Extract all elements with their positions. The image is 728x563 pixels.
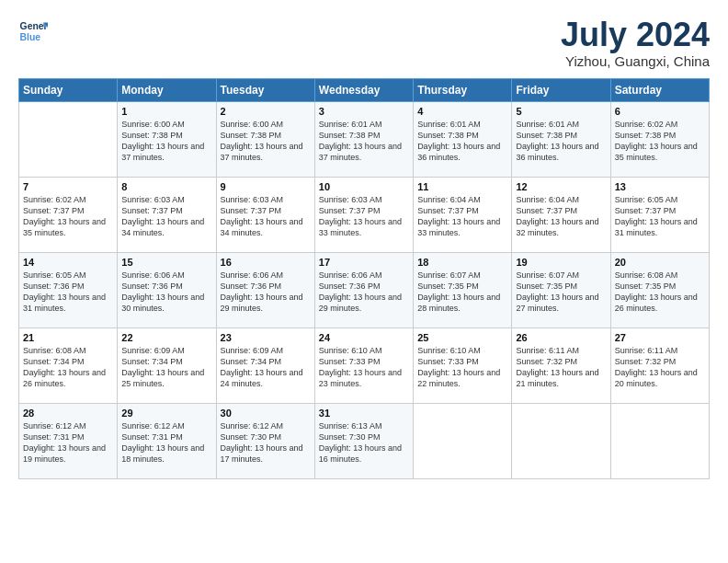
header-friday: Friday [512, 78, 610, 101]
cell-info: Sunrise: 6:03 AMSunset: 7:37 PMDaylight:… [221, 195, 303, 237]
calendar-cell: 12Sunrise: 6:04 AMSunset: 7:37 PMDayligh… [512, 177, 610, 252]
calendar-cell: 10Sunrise: 6:03 AMSunset: 7:37 PMDayligh… [314, 177, 413, 252]
logo-icon: General Blue [18, 17, 48, 46]
day-number: 8 [121, 181, 211, 192]
header-wednesday: Wednesday [314, 78, 413, 101]
calendar-cell: 9Sunrise: 6:03 AMSunset: 7:37 PMDaylight… [216, 177, 314, 252]
day-number: 31 [319, 408, 409, 419]
day-number: 23 [221, 332, 311, 343]
cell-info: Sunrise: 6:05 AMSunset: 7:36 PMDaylight:… [23, 270, 106, 313]
day-number: 9 [221, 181, 311, 192]
day-number: 24 [319, 332, 409, 343]
calendar-cell: 15Sunrise: 6:06 AMSunset: 7:36 PMDayligh… [118, 252, 216, 327]
header-saturday: Saturday [610, 78, 709, 101]
cell-info: Sunrise: 6:07 AMSunset: 7:35 PMDaylight:… [417, 270, 500, 313]
day-number: 20 [615, 257, 705, 268]
header-monday: Monday [118, 78, 216, 101]
calendar-cell: 13Sunrise: 6:05 AMSunset: 7:37 PMDayligh… [610, 177, 709, 252]
cell-info: Sunrise: 6:09 AMSunset: 7:34 PMDaylight:… [121, 346, 204, 388]
cell-info: Sunrise: 6:09 AMSunset: 7:34 PMDaylight:… [221, 346, 303, 388]
day-number: 2 [221, 106, 311, 117]
calendar-cell: 30Sunrise: 6:12 AMSunset: 7:30 PMDayligh… [216, 403, 314, 478]
calendar-cell [414, 403, 512, 478]
cell-info: Sunrise: 6:04 AMSunset: 7:37 PMDaylight:… [417, 195, 500, 237]
page: General Blue July 2024 Yizhou, Guangxi, … [0, 0, 728, 563]
cell-info: Sunrise: 6:10 AMSunset: 7:33 PMDaylight:… [417, 346, 500, 388]
calendar-cell: 2Sunrise: 6:00 AMSunset: 7:38 PMDaylight… [216, 101, 314, 177]
calendar-cell: 25Sunrise: 6:10 AMSunset: 7:33 PMDayligh… [414, 327, 512, 403]
day-number: 18 [417, 257, 507, 268]
cell-info: Sunrise: 6:01 AMSunset: 7:38 PMDaylight:… [319, 120, 402, 162]
calendar-cell: 23Sunrise: 6:09 AMSunset: 7:34 PMDayligh… [216, 327, 314, 403]
day-number: 14 [23, 257, 113, 268]
cell-info: Sunrise: 6:00 AMSunset: 7:38 PMDaylight:… [121, 120, 204, 162]
day-number: 10 [319, 181, 409, 192]
calendar-cell: 3Sunrise: 6:01 AMSunset: 7:38 PMDaylight… [314, 101, 413, 177]
calendar-cell: 29Sunrise: 6:12 AMSunset: 7:31 PMDayligh… [118, 403, 216, 478]
calendar-cell [512, 403, 610, 478]
header: General Blue July 2024 Yizhou, Guangxi, … [18, 17, 710, 69]
day-number: 4 [417, 106, 507, 117]
subtitle: Yizhou, Guangxi, China [561, 53, 710, 69]
cell-info: Sunrise: 6:12 AMSunset: 7:30 PMDaylight:… [221, 421, 303, 464]
cell-info: Sunrise: 6:11 AMSunset: 7:32 PMDaylight:… [615, 346, 698, 388]
day-number: 21 [23, 332, 113, 343]
calendar-week-4: 21Sunrise: 6:08 AMSunset: 7:34 PMDayligh… [19, 327, 710, 403]
day-number: 5 [516, 106, 606, 117]
calendar-cell: 4Sunrise: 6:01 AMSunset: 7:38 PMDaylight… [414, 101, 512, 177]
calendar-week-2: 7Sunrise: 6:02 AMSunset: 7:37 PMDaylight… [19, 177, 710, 252]
cell-info: Sunrise: 6:00 AMSunset: 7:38 PMDaylight:… [221, 120, 303, 162]
cell-info: Sunrise: 6:01 AMSunset: 7:38 PMDaylight:… [417, 120, 500, 162]
calendar-cell: 20Sunrise: 6:08 AMSunset: 7:35 PMDayligh… [610, 252, 709, 327]
cell-info: Sunrise: 6:07 AMSunset: 7:35 PMDaylight:… [516, 270, 598, 313]
calendar-week-5: 28Sunrise: 6:12 AMSunset: 7:31 PMDayligh… [19, 403, 710, 478]
day-number: 13 [615, 181, 705, 192]
day-number: 16 [221, 257, 311, 268]
calendar-week-3: 14Sunrise: 6:05 AMSunset: 7:36 PMDayligh… [19, 252, 710, 327]
calendar-cell: 19Sunrise: 6:07 AMSunset: 7:35 PMDayligh… [512, 252, 610, 327]
day-number: 19 [516, 257, 606, 268]
main-title: July 2024 [561, 17, 710, 53]
calendar-cell: 27Sunrise: 6:11 AMSunset: 7:32 PMDayligh… [610, 327, 709, 403]
day-number: 26 [516, 332, 606, 343]
day-number: 25 [417, 332, 507, 343]
calendar-cell: 7Sunrise: 6:02 AMSunset: 7:37 PMDaylight… [19, 177, 118, 252]
cell-info: Sunrise: 6:04 AMSunset: 7:37 PMDaylight:… [516, 195, 598, 237]
calendar-cell: 31Sunrise: 6:13 AMSunset: 7:30 PMDayligh… [314, 403, 413, 478]
cell-info: Sunrise: 6:01 AMSunset: 7:38 PMDaylight:… [516, 120, 598, 162]
cell-info: Sunrise: 6:12 AMSunset: 7:31 PMDaylight:… [121, 421, 204, 464]
calendar-cell: 5Sunrise: 6:01 AMSunset: 7:38 PMDaylight… [512, 101, 610, 177]
cell-info: Sunrise: 6:08 AMSunset: 7:35 PMDaylight:… [615, 270, 698, 313]
calendar-cell: 21Sunrise: 6:08 AMSunset: 7:34 PMDayligh… [19, 327, 118, 403]
calendar-cell: 11Sunrise: 6:04 AMSunset: 7:37 PMDayligh… [414, 177, 512, 252]
day-number: 29 [121, 408, 211, 419]
cell-info: Sunrise: 6:06 AMSunset: 7:36 PMDaylight:… [121, 270, 204, 313]
logo: General Blue [18, 17, 51, 46]
calendar-cell: 14Sunrise: 6:05 AMSunset: 7:36 PMDayligh… [19, 252, 118, 327]
calendar-table: Sunday Monday Tuesday Wednesday Thursday… [18, 78, 710, 479]
calendar-cell: 8Sunrise: 6:03 AMSunset: 7:37 PMDaylight… [118, 177, 216, 252]
calendar-cell: 17Sunrise: 6:06 AMSunset: 7:36 PMDayligh… [314, 252, 413, 327]
cell-info: Sunrise: 6:06 AMSunset: 7:36 PMDaylight:… [221, 270, 303, 313]
day-number: 17 [319, 257, 409, 268]
day-number: 11 [417, 181, 507, 192]
day-number: 1 [121, 106, 211, 117]
cell-info: Sunrise: 6:03 AMSunset: 7:37 PMDaylight:… [319, 195, 402, 237]
calendar-header-row: Sunday Monday Tuesday Wednesday Thursday… [19, 78, 710, 101]
day-number: 3 [319, 106, 409, 117]
cell-info: Sunrise: 6:03 AMSunset: 7:37 PMDaylight:… [121, 195, 204, 237]
cell-info: Sunrise: 6:05 AMSunset: 7:37 PMDaylight:… [615, 195, 698, 237]
header-thursday: Thursday [414, 78, 512, 101]
cell-info: Sunrise: 6:02 AMSunset: 7:37 PMDaylight:… [23, 195, 106, 237]
day-number: 6 [615, 106, 705, 117]
calendar-cell: 18Sunrise: 6:07 AMSunset: 7:35 PMDayligh… [414, 252, 512, 327]
day-number: 27 [615, 332, 705, 343]
svg-text:Blue: Blue [20, 32, 41, 42]
title-block: July 2024 Yizhou, Guangxi, China [561, 17, 710, 69]
header-sunday: Sunday [19, 78, 118, 101]
cell-info: Sunrise: 6:02 AMSunset: 7:38 PMDaylight:… [615, 120, 698, 162]
day-number: 12 [516, 181, 606, 192]
cell-info: Sunrise: 6:08 AMSunset: 7:34 PMDaylight:… [23, 346, 106, 388]
day-number: 15 [121, 257, 211, 268]
calendar-cell: 22Sunrise: 6:09 AMSunset: 7:34 PMDayligh… [118, 327, 216, 403]
